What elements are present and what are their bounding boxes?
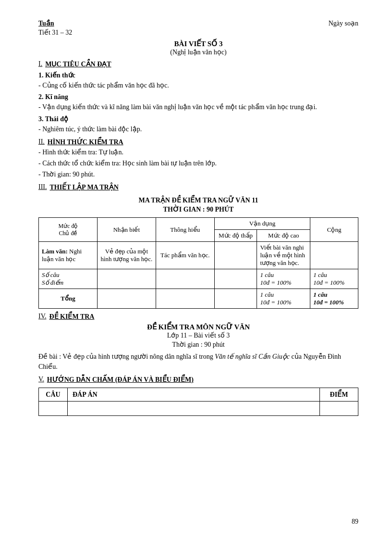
section2-line2: - Cách thức tổ chức kiểm tra: Học sinh l…: [38, 158, 358, 168]
col-nhan-biet: Nhận biết: [97, 218, 156, 242]
title-sub: (Nghị luận văn học): [38, 48, 358, 56]
row2-vd-cao: 1 câu10đ = 100%: [257, 269, 310, 289]
matrix-table: Mức độ Chủ đề Nhận biết Thông hiểu Vận d…: [38, 217, 358, 309]
page: Tuần Ngày soạn Tiết 31 – 32 BÀI VIẾT SỐ …: [0, 0, 392, 540]
section2-heading: II. HÌNH THỨC KIỂM TRA: [38, 138, 358, 146]
col-van-dung-header: Vận dụng: [214, 218, 310, 230]
tuan-label: Tuần: [38, 19, 54, 27]
col-vd-cao: Mức độ cao: [257, 230, 310, 242]
answer-table: CÂU ĐÁP ÁN ĐIỂM: [38, 388, 358, 416]
section1-title: MỤC TIÊU CẦN ĐẠT: [45, 60, 111, 68]
answer-empty-diem: [320, 402, 358, 416]
section3-roman: III.: [38, 183, 47, 191]
sub3-heading: 3. Thái độ: [38, 115, 358, 123]
de-bai-label: Đề bài : Vẻ đẹp của hình tượng người nôn…: [38, 353, 215, 360]
row1-nhan-biet: Vẻ đẹp của một hình tượng văn học.: [97, 242, 156, 269]
row2-nhan-biet: [97, 269, 156, 289]
row3-cong: 1 câu10đ = 100%: [310, 289, 358, 309]
section4-heading: IV. ĐỀ KIỂM TRA: [38, 313, 358, 321]
row3-vd-cao: 1 câu10đ = 100%: [257, 289, 310, 309]
tiet-row: Tiết 31 – 32: [38, 28, 358, 37]
col-thong-hieu: Thông hiểu: [156, 218, 214, 242]
row1-cong: [310, 242, 358, 269]
section2-line3: - Thời gian: 90 phút.: [38, 169, 358, 179]
answer-empty-row: [39, 402, 358, 416]
row3-nhan-biet: [97, 289, 156, 309]
row2-vd-thap: [214, 269, 257, 289]
row3-thong-hieu: [156, 289, 214, 309]
lop-label: Lớp 11 – Bài viết số 3: [38, 331, 358, 339]
section1-roman: I.: [38, 60, 42, 68]
row1-vd-cao: Viết bài văn nghi luận về một hình tượng…: [257, 242, 310, 269]
de-bai: Đề bài : Vẻ đẹp của hình tượng người nôn…: [38, 352, 358, 372]
sub2-heading: 2. Kĩ năng: [38, 93, 358, 101]
col-vd-thap: Mức độ thấp: [214, 230, 257, 242]
title-main: BÀI VIẾT SỐ 3: [38, 39, 358, 48]
tg-label: Thời gian : 90 phút: [38, 340, 358, 349]
row3-vd-thap: [214, 289, 257, 309]
sub1-text: - Củng cố kiến thức tác phẩm văn học đã …: [38, 80, 358, 90]
col-cong: Cộng: [310, 218, 358, 242]
title-block: BÀI VIẾT SỐ 3 (Nghị luận văn học): [38, 39, 358, 56]
row1-thong-hieu: Tác phẩm văn học.: [156, 242, 214, 269]
col-muc-do-chu-de: Mức độ Chủ đề: [39, 218, 98, 242]
sub3-text: - Nghiêm túc, ý thức làm bài độc lập.: [38, 124, 358, 134]
section5-roman: V.: [38, 376, 44, 383]
section2-roman: II.: [38, 138, 45, 146]
row2-chu-de: Số câuSố điểm: [39, 269, 98, 289]
col-cau: CÂU: [39, 388, 68, 402]
section3-title: THIẾT LẬP MA TRẬN: [50, 183, 119, 191]
sub2-text: - Vận dụng kiến thức và kĩ năng làm bài …: [38, 102, 358, 112]
ngay-soan-label: Ngày soạn: [329, 19, 358, 27]
section4-roman: IV.: [38, 313, 46, 320]
section4-title: ĐỀ KIỂM TRA: [49, 313, 94, 321]
section2-line1: - Hình thức kiểm tra: Tự luận.: [38, 147, 358, 157]
matrix-row3: Tổng 1 câu10đ = 100% 1 câu10đ = 100%: [39, 289, 358, 309]
matrix-row1: Làm văn: Nghi luận văn học Vẻ đẹp của mộ…: [39, 242, 358, 269]
row3-chu-de: Tổng: [39, 289, 98, 309]
matrix-header-row1: Mức độ Chủ đề Nhận biết Thông hiểu Vận d…: [39, 218, 358, 230]
section2-title: HÌNH THỨC KIỂM TRA: [48, 138, 123, 146]
sub1-heading: 1. Kiến thức: [38, 71, 358, 79]
answer-empty-dap-an: [68, 402, 320, 416]
de-kiem-tra-title: ĐỀ KIỂM TRA MÔN NGỮ VĂN: [38, 323, 358, 331]
answer-header-row: CÂU ĐÁP ÁN ĐIỂM: [39, 388, 358, 402]
de-bai-italic: Văn tế nghĩa sĩ Cần Giuộc: [215, 353, 290, 360]
header-row: Tuần Ngày soạn: [38, 19, 358, 27]
col-dap-an: ĐÁP ÁN: [68, 388, 320, 402]
matrix-row2: Số câuSố điểm 1 câu10đ = 100% 1 câu10đ =…: [39, 269, 358, 289]
tiet-label: Tiết 31 – 32: [38, 29, 72, 36]
row2-cong: 1 câu10đ = 100%: [310, 269, 358, 289]
row1-chu-de: Làm văn: Nghi luận văn học: [39, 242, 98, 269]
row2-thong-hieu: [156, 269, 214, 289]
page-number: 89: [352, 518, 358, 526]
col-diem: ĐIỂM: [320, 388, 358, 402]
row1-vd-thap: [214, 242, 257, 269]
section5-heading: V. HƯỚNG DẪN CHẤM (ĐÁP ÁN VÀ BIỂU ĐIỂM): [38, 376, 358, 384]
section1-heading: I. MỤC TIÊU CẦN ĐẠT: [38, 60, 358, 68]
answer-empty-cau: [39, 402, 68, 416]
section3-heading: III. THIẾT LẬP MA TRẬN: [38, 183, 358, 191]
matrix-title: MA TRẬN ĐỀ KIỂM TRA NGỮ VĂN 11: [38, 196, 358, 204]
section5-title: HƯỚNG DẪN CHẤM (ĐÁP ÁN VÀ BIỂU ĐIỂM): [47, 376, 194, 384]
matrix-subtitle: THỜI GIAN : 90 PHÚT: [38, 205, 358, 213]
